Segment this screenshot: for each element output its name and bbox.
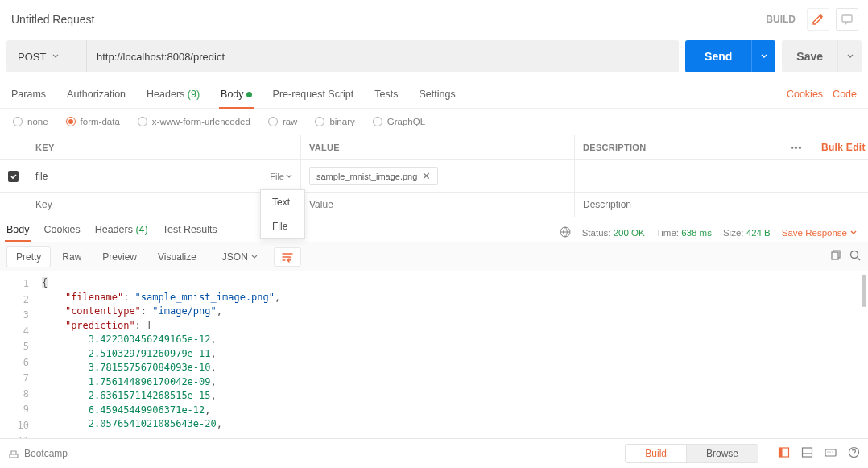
key-input-empty[interactable] xyxy=(35,199,292,210)
size-value: 424 B xyxy=(746,228,771,238)
svg-point-10 xyxy=(827,451,828,452)
panel-icon-1[interactable] xyxy=(778,446,790,461)
edit-icon-button[interactable] xyxy=(807,8,829,31)
svg-point-11 xyxy=(829,451,830,452)
method-label: POST xyxy=(18,51,46,63)
svg-point-15 xyxy=(854,454,854,455)
method-select[interactable]: POST xyxy=(6,40,87,72)
rtool-pretty[interactable]: Pretty xyxy=(6,246,51,267)
footer-bar: Bootcamp Build Browse xyxy=(0,438,868,468)
send-dropdown-button[interactable] xyxy=(751,40,775,72)
file-chip-name: sample_mnist_image.png xyxy=(316,172,417,181)
caret-down-icon xyxy=(761,53,767,60)
row-checkbox[interactable] xyxy=(8,171,19,182)
line-gutter: 1234567891011 xyxy=(0,271,35,438)
tab-prerequest[interactable]: Pre-request Script xyxy=(273,84,354,108)
status-value: 200 OK xyxy=(614,228,645,238)
caret-down-icon xyxy=(847,53,854,60)
build-label: BUILD xyxy=(766,14,796,25)
svg-rect-9 xyxy=(825,449,836,456)
bulk-edit-link[interactable]: Bulk Edit xyxy=(821,142,866,153)
rtab-test-results[interactable]: Test Results xyxy=(163,224,217,242)
key-input[interactable] xyxy=(35,171,265,182)
keyboard-icon[interactable] xyxy=(825,446,837,461)
tab-headers-label: Headers xyxy=(147,89,184,100)
code-content: { "filename": "sample_mnist_image.png", … xyxy=(35,271,868,438)
body-type-radios: none form-data x-www-form-urlencoded raw… xyxy=(0,109,868,135)
desc-input-empty[interactable] xyxy=(583,199,771,210)
tab-body-label: Body xyxy=(221,89,244,100)
send-button[interactable]: Send xyxy=(685,40,751,72)
url-input[interactable] xyxy=(87,40,679,72)
caret-down-icon xyxy=(286,173,292,180)
cookies-link[interactable]: Cookies xyxy=(787,84,823,108)
value-input-empty[interactable] xyxy=(309,199,566,210)
col-key: KEY xyxy=(27,135,301,159)
tab-authorization[interactable]: Authorization xyxy=(67,84,126,108)
radio-urlencoded[interactable]: x-www-form-urlencoded xyxy=(138,117,250,126)
tab-headers[interactable]: Headers (9) xyxy=(147,84,200,108)
rtab-body[interactable]: Body xyxy=(6,224,30,242)
rtool-visualize[interactable]: Visualize xyxy=(148,246,206,267)
radio-raw[interactable]: raw xyxy=(268,117,298,126)
col-description: DESCRIPTION xyxy=(575,135,779,159)
body-dot-indicator xyxy=(246,92,252,97)
svg-rect-7 xyxy=(803,448,812,457)
tab-params[interactable]: Params xyxy=(11,84,46,108)
radio-none[interactable]: none xyxy=(13,117,48,126)
rtool-raw[interactable]: Raw xyxy=(52,246,91,267)
tab-settings[interactable]: Settings xyxy=(419,84,455,108)
scrollbar-thumb[interactable] xyxy=(862,275,866,307)
response-body-viewer[interactable]: 1234567891011 { "filename": "sample_mnis… xyxy=(0,271,868,438)
help-icon[interactable] xyxy=(848,446,860,461)
caret-down-icon xyxy=(52,53,59,60)
svg-rect-0 xyxy=(842,15,852,22)
ftab-build[interactable]: Build xyxy=(626,445,687,462)
svg-point-3 xyxy=(851,251,858,259)
save-dropdown-button[interactable] xyxy=(837,40,862,72)
table-row-empty xyxy=(0,193,868,217)
remove-file-icon[interactable]: ✕ xyxy=(422,170,431,182)
comment-icon xyxy=(841,13,854,26)
save-button[interactable]: Save xyxy=(782,40,837,72)
type-dropdown: Text File xyxy=(260,189,305,239)
request-tabs: Params Authorization Headers (9) Body Pr… xyxy=(0,84,868,109)
search-icon[interactable] xyxy=(849,250,862,264)
globe-icon[interactable] xyxy=(560,226,571,239)
copy-icon[interactable] xyxy=(829,250,841,264)
check-icon xyxy=(10,172,18,180)
wrap-icon-button[interactable] xyxy=(274,247,301,267)
wrap-icon xyxy=(281,251,294,263)
caret-down-icon xyxy=(251,254,258,260)
svg-rect-2 xyxy=(832,252,838,259)
ftab-browse[interactable]: Browse xyxy=(687,445,758,462)
request-bar: POST Send Save xyxy=(0,40,868,84)
svg-point-12 xyxy=(832,451,833,452)
bootcamp-button[interactable]: Bootcamp xyxy=(8,448,68,459)
dropdown-file[interactable]: File xyxy=(261,214,304,238)
shelf-icon xyxy=(8,448,19,459)
comment-icon-button[interactable] xyxy=(836,8,858,31)
tab-body[interactable]: Body xyxy=(221,84,252,108)
type-select[interactable]: File Text File xyxy=(270,172,292,181)
radio-form-data[interactable]: form-data xyxy=(66,117,120,126)
dropdown-text[interactable]: Text xyxy=(261,190,304,214)
rtool-preview[interactable]: Preview xyxy=(93,246,147,267)
pencil-icon xyxy=(812,13,825,26)
tab-tests[interactable]: Tests xyxy=(374,84,398,108)
response-toolbar: Pretty Raw Preview Visualize JSON xyxy=(0,242,868,271)
request-title: Untitled Request xyxy=(11,13,766,26)
radio-binary[interactable]: binary xyxy=(315,117,354,126)
radio-graphql[interactable]: GraphQL xyxy=(373,117,425,126)
svg-rect-4 xyxy=(10,454,18,458)
format-select[interactable]: JSON xyxy=(214,246,266,267)
response-tabs: Body Cookies Headers (4) Test Results St… xyxy=(0,217,868,242)
rtab-cookies[interactable]: Cookies xyxy=(44,224,81,242)
save-response-button[interactable]: Save Response xyxy=(782,228,857,238)
table-header-row: KEY VALUE DESCRIPTION ••• Bulk Edit xyxy=(0,135,868,160)
col-actions[interactable]: ••• xyxy=(779,135,813,159)
code-link[interactable]: Code xyxy=(833,84,857,108)
svg-point-14 xyxy=(849,448,859,458)
rtab-headers[interactable]: Headers (4) xyxy=(95,224,148,242)
panel-icon-2[interactable] xyxy=(801,446,813,461)
